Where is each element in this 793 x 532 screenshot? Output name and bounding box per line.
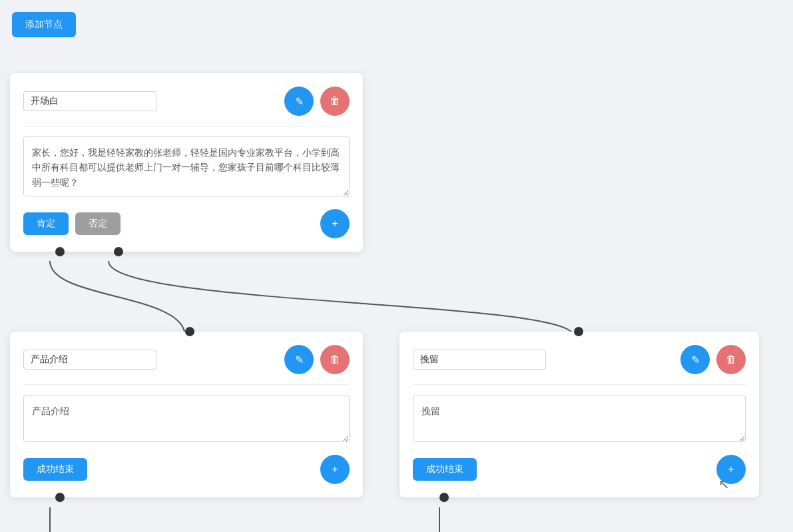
delete-icon: 🗑 [726,354,736,366]
edit-icon: ✎ [295,95,304,108]
divider [23,126,350,127]
right-card: ✎ 🗑 挽留 成功结束 + [399,332,759,497]
right-card-bottom-dot [439,493,449,502]
top-card-header: ✎ 🗑 [23,87,350,116]
left-card-footer-buttons: 成功结束 [23,458,87,481]
left-card-content-textarea[interactable]: 产品介绍 [23,395,350,442]
top-card-title-input[interactable] [23,91,156,111]
negate-connector-dot [114,247,123,256]
left-success-button[interactable]: 成功结束 [23,458,87,481]
edit-icon: ✎ [691,354,700,366]
left-card-delete-button[interactable]: 🗑 [320,345,350,374]
top-card-actions: ✎ 🗑 [284,87,350,116]
right-card-content-textarea[interactable]: 挽留 [413,395,746,442]
right-card-footer-buttons: 成功结束 [413,458,477,481]
top-card-edit-button[interactable]: ✎ [284,87,314,116]
add-icon: + [332,218,338,230]
right-card-add-button[interactable]: + [716,455,746,484]
right-success-button[interactable]: 成功结束 [413,458,477,481]
top-card-delete-button[interactable]: 🗑 [320,87,350,116]
divider [23,384,350,385]
left-card-top-dot [185,327,194,336]
affirm-button[interactable]: 肯定 [23,212,69,235]
right-card-title-input[interactable] [413,350,546,370]
top-card-content-textarea[interactable]: 家长，您好，我是轻轻家教的张老师，轻轻是国内专业家教平台，小学到高中所有科目都可… [23,136,350,196]
affirm-connector-dot [55,247,65,256]
left-card-title-input[interactable] [23,350,156,370]
left-card-add-button[interactable]: + [320,455,350,484]
right-card-top-dot [574,327,583,336]
negate-button[interactable]: 否定 [75,212,121,235]
top-card-footer-buttons: 肯定 否定 [23,212,121,235]
right-card-footer: 成功结束 + [413,455,746,484]
delete-icon: 🗑 [330,354,340,366]
left-card-actions: ✎ 🗑 [284,345,350,374]
left-card: ✎ 🗑 产品介绍 成功结束 + [10,332,363,497]
add-node-button[interactable]: 添加节点 [12,12,76,37]
left-card-footer: 成功结束 + [23,455,350,484]
top-card: ✎ 🗑 家长，您好，我是轻轻家教的张老师，轻轻是国内专业家教平台，小学到高中所有… [10,73,363,252]
right-card-edit-button[interactable]: ✎ [680,345,710,374]
divider [413,384,746,385]
delete-icon: 🗑 [330,95,340,107]
edit-icon: ✎ [295,354,304,366]
add-icon: + [728,463,734,475]
top-card-footer: 肯定 否定 + [23,209,350,238]
right-card-delete-button[interactable]: 🗑 [716,345,746,374]
left-card-bottom-dot [55,493,65,502]
right-card-header: ✎ 🗑 [413,345,746,374]
left-card-header: ✎ 🗑 [23,345,350,374]
right-card-actions: ✎ 🗑 [680,345,746,374]
left-card-edit-button[interactable]: ✎ [284,345,314,374]
top-card-add-button[interactable]: + [320,209,350,238]
add-icon: + [332,463,338,475]
